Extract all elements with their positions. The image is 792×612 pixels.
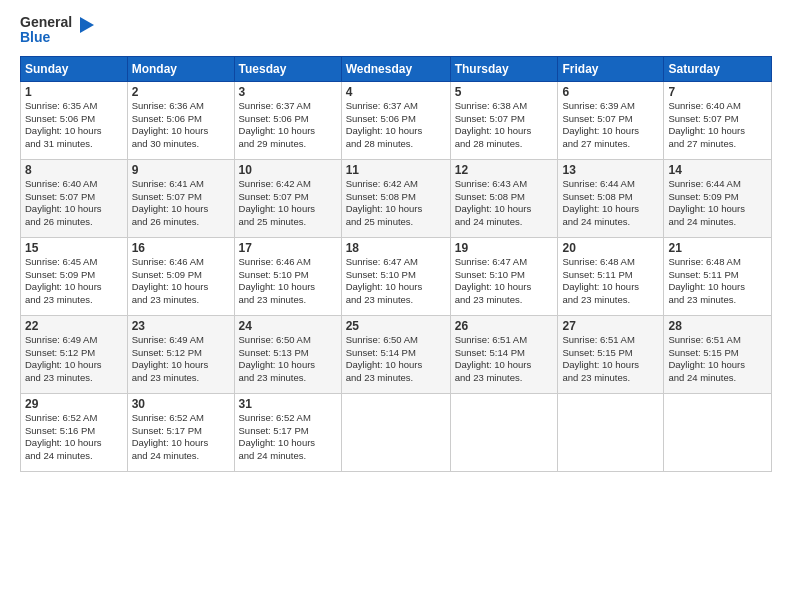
day-info: Sunrise: 6:43 AM Sunset: 5:08 PM Dayligh… bbox=[455, 178, 554, 229]
day-number: 10 bbox=[239, 163, 337, 177]
day-number: 15 bbox=[25, 241, 123, 255]
day-cell: 20Sunrise: 6:48 AM Sunset: 5:11 PM Dayli… bbox=[558, 237, 664, 315]
day-cell: 22Sunrise: 6:49 AM Sunset: 5:12 PM Dayli… bbox=[21, 315, 128, 393]
day-number: 26 bbox=[455, 319, 554, 333]
week-row-3: 15Sunrise: 6:45 AM Sunset: 5:09 PM Dayli… bbox=[21, 237, 772, 315]
week-row-4: 22Sunrise: 6:49 AM Sunset: 5:12 PM Dayli… bbox=[21, 315, 772, 393]
day-number: 31 bbox=[239, 397, 337, 411]
day-info: Sunrise: 6:51 AM Sunset: 5:15 PM Dayligh… bbox=[668, 334, 767, 385]
day-cell bbox=[450, 393, 558, 471]
day-info: Sunrise: 6:48 AM Sunset: 5:11 PM Dayligh… bbox=[562, 256, 659, 307]
day-cell: 28Sunrise: 6:51 AM Sunset: 5:15 PM Dayli… bbox=[664, 315, 772, 393]
day-info: Sunrise: 6:49 AM Sunset: 5:12 PM Dayligh… bbox=[132, 334, 230, 385]
header: General Blue bbox=[20, 15, 772, 46]
calendar-body: 1Sunrise: 6:35 AM Sunset: 5:06 PM Daylig… bbox=[21, 81, 772, 471]
day-cell: 6Sunrise: 6:39 AM Sunset: 5:07 PM Daylig… bbox=[558, 81, 664, 159]
day-info: Sunrise: 6:47 AM Sunset: 5:10 PM Dayligh… bbox=[346, 256, 446, 307]
day-info: Sunrise: 6:52 AM Sunset: 5:17 PM Dayligh… bbox=[239, 412, 337, 463]
day-cell: 2Sunrise: 6:36 AM Sunset: 5:06 PM Daylig… bbox=[127, 81, 234, 159]
day-info: Sunrise: 6:42 AM Sunset: 5:07 PM Dayligh… bbox=[239, 178, 337, 229]
day-info: Sunrise: 6:40 AM Sunset: 5:07 PM Dayligh… bbox=[25, 178, 123, 229]
week-row-2: 8Sunrise: 6:40 AM Sunset: 5:07 PM Daylig… bbox=[21, 159, 772, 237]
day-number: 1 bbox=[25, 85, 123, 99]
week-row-1: 1Sunrise: 6:35 AM Sunset: 5:06 PM Daylig… bbox=[21, 81, 772, 159]
day-cell: 21Sunrise: 6:48 AM Sunset: 5:11 PM Dayli… bbox=[664, 237, 772, 315]
day-cell: 10Sunrise: 6:42 AM Sunset: 5:07 PM Dayli… bbox=[234, 159, 341, 237]
day-cell bbox=[341, 393, 450, 471]
day-number: 13 bbox=[562, 163, 659, 177]
day-cell: 5Sunrise: 6:38 AM Sunset: 5:07 PM Daylig… bbox=[450, 81, 558, 159]
day-cell bbox=[664, 393, 772, 471]
calendar-table: SundayMondayTuesdayWednesdayThursdayFrid… bbox=[20, 56, 772, 472]
day-info: Sunrise: 6:50 AM Sunset: 5:13 PM Dayligh… bbox=[239, 334, 337, 385]
day-cell: 16Sunrise: 6:46 AM Sunset: 5:09 PM Dayli… bbox=[127, 237, 234, 315]
day-cell: 13Sunrise: 6:44 AM Sunset: 5:08 PM Dayli… bbox=[558, 159, 664, 237]
day-cell: 12Sunrise: 6:43 AM Sunset: 5:08 PM Dayli… bbox=[450, 159, 558, 237]
day-number: 2 bbox=[132, 85, 230, 99]
day-number: 18 bbox=[346, 241, 446, 255]
day-cell: 19Sunrise: 6:47 AM Sunset: 5:10 PM Dayli… bbox=[450, 237, 558, 315]
calendar-header-row: SundayMondayTuesdayWednesdayThursdayFrid… bbox=[21, 56, 772, 81]
day-info: Sunrise: 6:44 AM Sunset: 5:09 PM Dayligh… bbox=[668, 178, 767, 229]
day-number: 25 bbox=[346, 319, 446, 333]
day-info: Sunrise: 6:47 AM Sunset: 5:10 PM Dayligh… bbox=[455, 256, 554, 307]
day-cell bbox=[558, 393, 664, 471]
column-header-tuesday: Tuesday bbox=[234, 56, 341, 81]
column-header-thursday: Thursday bbox=[450, 56, 558, 81]
day-cell: 11Sunrise: 6:42 AM Sunset: 5:08 PM Dayli… bbox=[341, 159, 450, 237]
day-info: Sunrise: 6:50 AM Sunset: 5:14 PM Dayligh… bbox=[346, 334, 446, 385]
day-info: Sunrise: 6:40 AM Sunset: 5:07 PM Dayligh… bbox=[668, 100, 767, 151]
day-number: 8 bbox=[25, 163, 123, 177]
day-cell: 26Sunrise: 6:51 AM Sunset: 5:14 PM Dayli… bbox=[450, 315, 558, 393]
day-info: Sunrise: 6:49 AM Sunset: 5:12 PM Dayligh… bbox=[25, 334, 123, 385]
day-info: Sunrise: 6:46 AM Sunset: 5:10 PM Dayligh… bbox=[239, 256, 337, 307]
day-number: 24 bbox=[239, 319, 337, 333]
day-cell: 9Sunrise: 6:41 AM Sunset: 5:07 PM Daylig… bbox=[127, 159, 234, 237]
day-cell: 7Sunrise: 6:40 AM Sunset: 5:07 PM Daylig… bbox=[664, 81, 772, 159]
day-cell: 24Sunrise: 6:50 AM Sunset: 5:13 PM Dayli… bbox=[234, 315, 341, 393]
day-number: 28 bbox=[668, 319, 767, 333]
day-number: 27 bbox=[562, 319, 659, 333]
day-cell: 3Sunrise: 6:37 AM Sunset: 5:06 PM Daylig… bbox=[234, 81, 341, 159]
day-number: 6 bbox=[562, 85, 659, 99]
day-number: 3 bbox=[239, 85, 337, 99]
day-number: 22 bbox=[25, 319, 123, 333]
day-number: 5 bbox=[455, 85, 554, 99]
day-number: 4 bbox=[346, 85, 446, 99]
day-cell: 14Sunrise: 6:44 AM Sunset: 5:09 PM Dayli… bbox=[664, 159, 772, 237]
day-number: 12 bbox=[455, 163, 554, 177]
column-header-wednesday: Wednesday bbox=[341, 56, 450, 81]
day-number: 7 bbox=[668, 85, 767, 99]
logo-general: General bbox=[20, 15, 72, 30]
day-number: 23 bbox=[132, 319, 230, 333]
day-number: 14 bbox=[668, 163, 767, 177]
day-number: 16 bbox=[132, 241, 230, 255]
day-info: Sunrise: 6:52 AM Sunset: 5:16 PM Dayligh… bbox=[25, 412, 123, 463]
logo: General Blue bbox=[20, 15, 94, 46]
day-cell: 31Sunrise: 6:52 AM Sunset: 5:17 PM Dayli… bbox=[234, 393, 341, 471]
day-cell: 27Sunrise: 6:51 AM Sunset: 5:15 PM Dayli… bbox=[558, 315, 664, 393]
day-info: Sunrise: 6:37 AM Sunset: 5:06 PM Dayligh… bbox=[239, 100, 337, 151]
day-number: 9 bbox=[132, 163, 230, 177]
page: General Blue SundayMondayTuesdayWednesda… bbox=[0, 0, 792, 612]
day-info: Sunrise: 6:52 AM Sunset: 5:17 PM Dayligh… bbox=[132, 412, 230, 463]
day-cell: 23Sunrise: 6:49 AM Sunset: 5:12 PM Dayli… bbox=[127, 315, 234, 393]
logo-blue: Blue bbox=[20, 30, 72, 45]
day-info: Sunrise: 6:44 AM Sunset: 5:08 PM Dayligh… bbox=[562, 178, 659, 229]
day-number: 29 bbox=[25, 397, 123, 411]
day-info: Sunrise: 6:42 AM Sunset: 5:08 PM Dayligh… bbox=[346, 178, 446, 229]
day-cell: 25Sunrise: 6:50 AM Sunset: 5:14 PM Dayli… bbox=[341, 315, 450, 393]
day-cell: 15Sunrise: 6:45 AM Sunset: 5:09 PM Dayli… bbox=[21, 237, 128, 315]
week-row-5: 29Sunrise: 6:52 AM Sunset: 5:16 PM Dayli… bbox=[21, 393, 772, 471]
day-info: Sunrise: 6:51 AM Sunset: 5:15 PM Dayligh… bbox=[562, 334, 659, 385]
day-info: Sunrise: 6:36 AM Sunset: 5:06 PM Dayligh… bbox=[132, 100, 230, 151]
logo-arrow-icon bbox=[74, 17, 94, 37]
svg-marker-0 bbox=[80, 17, 94, 33]
day-cell: 8Sunrise: 6:40 AM Sunset: 5:07 PM Daylig… bbox=[21, 159, 128, 237]
day-number: 30 bbox=[132, 397, 230, 411]
day-cell: 29Sunrise: 6:52 AM Sunset: 5:16 PM Dayli… bbox=[21, 393, 128, 471]
day-number: 17 bbox=[239, 241, 337, 255]
column-header-friday: Friday bbox=[558, 56, 664, 81]
day-info: Sunrise: 6:51 AM Sunset: 5:14 PM Dayligh… bbox=[455, 334, 554, 385]
day-cell: 18Sunrise: 6:47 AM Sunset: 5:10 PM Dayli… bbox=[341, 237, 450, 315]
